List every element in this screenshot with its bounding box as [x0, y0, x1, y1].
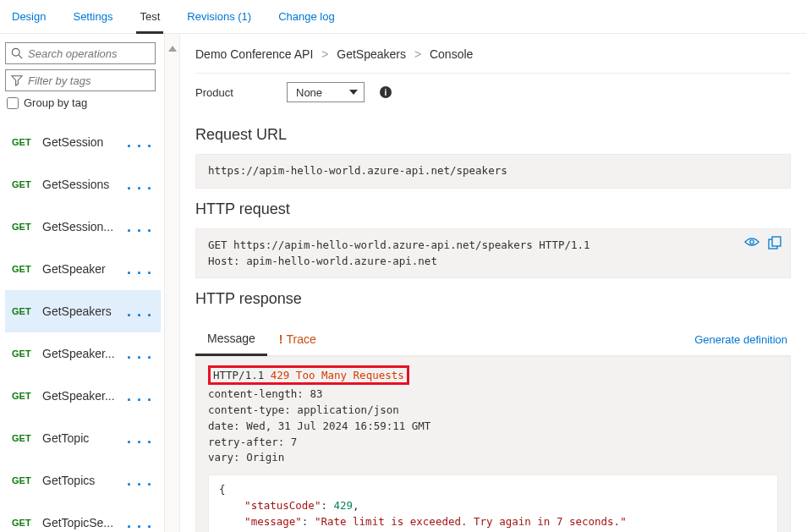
filter-tags-input[interactable] — [5, 69, 156, 91]
svg-point-0 — [12, 48, 19, 56]
operation-method: GET — [12, 306, 42, 316]
tab-trace[interactable]: !Trace — [267, 324, 328, 354]
operation-menu-button[interactable]: . . . — [122, 514, 157, 532]
tab-test[interactable]: Test — [136, 7, 163, 34]
operation-method: GET — [12, 518, 42, 528]
operation-item[interactable]: GETGetSession.... . . — [5, 206, 161, 248]
operation-name: GetSession — [42, 135, 122, 149]
operation-menu-button[interactable]: . . . — [122, 134, 157, 151]
operation-item[interactable]: GETGetSpeakers. . . — [5, 290, 161, 332]
section-http-response: HTTP response — [195, 290, 791, 308]
operation-name: GetSpeakers — [42, 304, 122, 318]
svg-line-1 — [19, 55, 22, 58]
filter-tags-field[interactable] — [28, 74, 150, 87]
status-line-highlight: HTTP/1.1 429 Too Many Requests — [208, 365, 409, 385]
status-code: 429 Too Many Requests — [271, 369, 404, 381]
section-http-request: HTTP request — [195, 200, 791, 218]
request-url-block: https://apim-hello-world.azure-api.net/s… — [195, 154, 791, 189]
operation-menu-button[interactable]: . . . — [122, 345, 157, 363]
copy-icon[interactable] — [768, 236, 781, 250]
operation-menu-button[interactable]: . . . — [122, 176, 157, 194]
response-json: { "statusCode": 429, "message": "Rate li… — [208, 474, 778, 532]
operation-method: GET — [12, 348, 42, 359]
console-pane: Demo Conference API > GetSpeakers > Cons… — [180, 34, 806, 532]
search-operations-input[interactable] — [5, 42, 156, 64]
operation-name: GetSession... — [42, 220, 122, 233]
operation-item[interactable]: GETGetSessions. . . — [5, 163, 161, 206]
section-request-url: Request URL — [195, 126, 791, 144]
search-operations-field[interactable] — [28, 47, 150, 60]
reveal-icon[interactable] — [744, 236, 759, 248]
operation-item[interactable]: GETGetTopicSe.... . . — [5, 502, 161, 532]
chevron-down-icon — [348, 87, 359, 97]
operation-method: GET — [12, 264, 42, 274]
breadcrumb-api[interactable]: Demo Conference API — [195, 47, 313, 61]
operation-item[interactable]: GETGetTopics. . . — [5, 459, 161, 502]
response-body: HTTP/1.1 429 Too Many Requests content-l… — [195, 356, 791, 532]
product-value: None — [296, 86, 322, 99]
breadcrumb: Demo Conference API > GetSpeakers > Cons… — [195, 47, 791, 61]
info-icon[interactable]: i — [380, 86, 392, 98]
operation-method: GET — [12, 475, 42, 485]
operation-menu-button[interactable]: . . . — [122, 303, 157, 321]
operation-name: GetSessions — [42, 178, 122, 191]
operation-menu-button[interactable]: . . . — [122, 218, 157, 236]
operation-name: GetTopics — [42, 474, 122, 487]
operation-name: GetSpeaker... — [42, 389, 122, 403]
operations-sidebar: Group by tag GETGetSession. . .GETGetSes… — [0, 34, 165, 532]
operation-menu-button[interactable]: . . . — [122, 261, 157, 278]
tab-changelog[interactable]: Change log — [275, 7, 338, 33]
response-headers: content-length: 83 content-type: applica… — [208, 387, 778, 466]
svg-rect-4 — [772, 237, 781, 246]
operation-item[interactable]: GETGetSpeaker.... . . — [5, 375, 161, 417]
tab-message[interactable]: Message — [195, 323, 267, 356]
product-dropdown[interactable]: None — [287, 82, 365, 102]
operation-item[interactable]: GETGetSession. . . — [5, 121, 161, 163]
tab-revisions[interactable]: Revisions (1) — [184, 7, 255, 33]
group-by-tag-checkbox[interactable]: Group by tag — [7, 96, 161, 109]
breadcrumb-page: Console — [430, 47, 473, 61]
operation-method: GET — [12, 391, 42, 401]
search-icon — [11, 47, 23, 59]
product-label: Product — [195, 86, 271, 99]
operation-menu-button[interactable]: . . . — [122, 387, 157, 405]
status-protocol: HTTP/1.1 — [213, 369, 264, 381]
operation-name: GetSpeaker... — [42, 347, 122, 360]
operation-menu-button[interactable]: . . . — [122, 430, 157, 447]
operation-item[interactable]: GETGetSpeaker. . . — [5, 248, 161, 290]
operation-method: GET — [12, 137, 42, 147]
operation-item[interactable]: GETGetTopic. . . — [5, 417, 161, 459]
collapse-icon[interactable] — [167, 44, 178, 52]
tab-settings[interactable]: Settings — [69, 7, 116, 33]
tab-design[interactable]: Design — [8, 7, 49, 33]
http-request-block: GET https://apim-hello-world.azure-api.n… — [195, 228, 791, 279]
operation-method: GET — [12, 433, 42, 443]
svg-point-2 — [750, 240, 754, 244]
operation-item[interactable]: GETGetSpeaker.... . . — [5, 332, 161, 375]
pane-splitter[interactable] — [165, 34, 180, 532]
generate-definition-link[interactable]: Generate definition — [691, 325, 791, 354]
filter-icon — [11, 74, 23, 86]
breadcrumb-op[interactable]: GetSpeakers — [337, 47, 406, 61]
group-by-tag-input[interactable] — [7, 97, 19, 109]
response-tabs: Message !Trace Generate definition — [195, 323, 791, 356]
operation-name: GetSpeaker — [42, 262, 122, 276]
operation-method: GET — [12, 179, 42, 189]
operation-menu-button[interactable]: . . . — [122, 472, 157, 490]
warning-icon: ! — [279, 332, 283, 346]
top-tabs: Design Settings Test Revisions (1) Chang… — [0, 0, 806, 34]
operation-name: GetTopic — [42, 431, 122, 445]
product-row: Product None i — [195, 73, 791, 114]
group-by-tag-label: Group by tag — [24, 96, 87, 109]
operation-method: GET — [12, 222, 42, 232]
operation-name: GetTopicSe... — [42, 516, 122, 529]
